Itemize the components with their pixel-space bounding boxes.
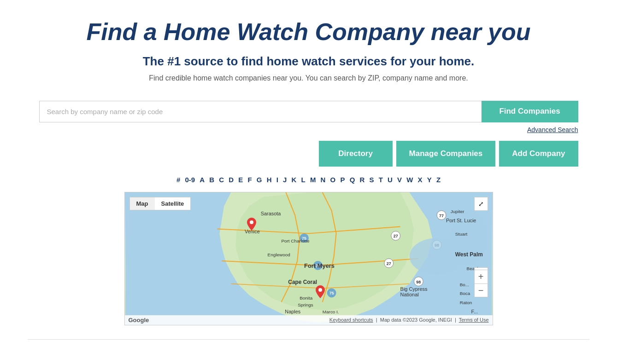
alpha-nav-o[interactable]: O: [330, 176, 336, 184]
svg-text:Sarasota: Sarasota: [260, 210, 281, 216]
svg-text:Bonita: Bonita: [300, 295, 313, 300]
search-bar-row: Find Companies: [28, 101, 589, 122]
manage-companies-button[interactable]: Manage Companies: [396, 141, 496, 167]
alpha-nav: # 0-9 A B C D E F G H I J K L M N O P Q …: [28, 176, 589, 184]
svg-text:Stuart: Stuart: [455, 231, 467, 237]
map-data-label: Map data ©2023 Google, INEGI: [380, 317, 452, 323]
alpha-nav-h[interactable]: H: [267, 176, 272, 184]
svg-text:West Palm: West Palm: [455, 251, 482, 258]
alpha-nav-c[interactable]: C: [219, 176, 224, 184]
map-zoom-out-button[interactable]: −: [474, 283, 488, 297]
svg-text:F...: F...: [471, 309, 478, 314]
map-pin-2[interactable]: [316, 285, 325, 298]
svg-text:75: 75: [329, 291, 334, 295]
directory-button[interactable]: Directory: [319, 141, 393, 167]
hero-title: Find a Home Watch Company near you: [28, 18, 589, 46]
svg-text:National: National: [400, 292, 418, 297]
alpha-nav-w[interactable]: W: [406, 176, 413, 184]
svg-point-43: [318, 288, 322, 292]
svg-text:27: 27: [393, 234, 398, 238]
hero-subtitle: The #1 source to find home watch service…: [28, 54, 589, 69]
bottom-divider: [28, 339, 589, 340]
alpha-nav-m[interactable]: M: [310, 176, 316, 184]
map-background[interactable]: 75 75 75 27 27 77 98 98: [125, 192, 493, 325]
alpha-nav-j[interactable]: J: [283, 176, 287, 184]
svg-text:Fort Myers: Fort Myers: [304, 262, 335, 269]
map-pin-1[interactable]: [247, 218, 256, 231]
search-input[interactable]: [39, 101, 482, 122]
alpha-nav-k[interactable]: K: [292, 176, 297, 184]
map-svg: 75 75 75 27 27 77 98 98: [125, 192, 493, 325]
svg-text:Bo...: Bo...: [459, 282, 469, 287]
alpha-nav-hash[interactable]: #: [176, 176, 180, 184]
find-companies-button[interactable]: Find Companies: [482, 101, 578, 122]
alpha-nav-s[interactable]: S: [370, 176, 374, 184]
svg-text:Boca: Boca: [459, 291, 470, 296]
svg-point-42: [250, 220, 253, 224]
svg-text:27: 27: [386, 261, 391, 266]
alpha-nav-b[interactable]: B: [209, 176, 214, 184]
alpha-nav-u[interactable]: U: [388, 176, 393, 184]
action-buttons-row: Directory Manage Companies Add Company: [39, 141, 578, 167]
svg-text:Englewood: Englewood: [267, 252, 290, 257]
alpha-nav-a[interactable]: A: [200, 176, 205, 184]
google-logo: Google: [129, 317, 149, 324]
alpha-nav-p[interactable]: P: [340, 176, 345, 184]
svg-text:Big Cypress: Big Cypress: [400, 286, 427, 291]
add-company-button[interactable]: Add Company: [499, 141, 578, 167]
alpha-nav-g[interactable]: G: [257, 176, 262, 184]
alpha-nav-n[interactable]: N: [321, 176, 326, 184]
svg-text:Springs: Springs: [298, 302, 313, 307]
alpha-nav-t[interactable]: T: [379, 176, 383, 184]
svg-text:Jupiter: Jupiter: [450, 208, 464, 214]
alpha-nav-v[interactable]: V: [397, 176, 402, 184]
alpha-nav-09[interactable]: 0-9: [185, 176, 195, 184]
hero-description: Find credible home watch companies near …: [28, 74, 589, 82]
svg-text:Port Charlotte: Port Charlotte: [281, 238, 310, 243]
keyboard-shortcuts-link[interactable]: Keyboard shortcuts: [329, 317, 373, 323]
svg-text:77: 77: [439, 213, 444, 218]
map-container: 75 75 75 27 27 77 98 98: [124, 192, 493, 325]
alpha-nav-l[interactable]: L: [301, 176, 306, 184]
svg-text:Cape Coral: Cape Coral: [288, 278, 317, 285]
alpha-nav-q[interactable]: Q: [350, 176, 355, 184]
alpha-nav-r[interactable]: R: [359, 176, 364, 184]
alpha-nav-f[interactable]: F: [248, 176, 252, 184]
fullscreen-icon: ⤢: [478, 200, 484, 208]
map-type-map-button[interactable]: Map: [130, 197, 155, 210]
svg-text:Port St. Lucie: Port St. Lucie: [446, 217, 476, 223]
map-footer: Google Keyboard shortcuts | Map data ©20…: [125, 315, 493, 325]
alpha-nav-e[interactable]: E: [238, 176, 243, 184]
svg-text:Marco I.: Marco I.: [322, 309, 339, 314]
alpha-nav-z[interactable]: Z: [436, 176, 441, 184]
map-type-satellite-button[interactable]: Satellite: [155, 197, 191, 210]
terms-link[interactable]: Terms of Use: [459, 317, 489, 323]
alpha-nav-y[interactable]: Y: [427, 176, 432, 184]
svg-text:Raton: Raton: [459, 300, 471, 305]
map-fullscreen-button[interactable]: ⤢: [474, 197, 488, 211]
advanced-search-row: Advanced Search: [39, 126, 578, 133]
map-type-toggle: Map Satellite: [129, 197, 191, 210]
advanced-search-link[interactable]: Advanced Search: [527, 126, 578, 133]
alpha-nav-d[interactable]: D: [229, 176, 234, 184]
alpha-nav-x[interactable]: X: [418, 176, 423, 184]
svg-text:98: 98: [416, 279, 421, 284]
map-credits: Keyboard shortcuts | Map data ©2023 Goog…: [329, 317, 489, 323]
map-zoom-controls: + −: [474, 270, 488, 297]
map-zoom-in-button[interactable]: +: [474, 270, 488, 283]
alpha-nav-i[interactable]: I: [276, 176, 278, 184]
svg-text:Naples: Naples: [285, 309, 300, 314]
